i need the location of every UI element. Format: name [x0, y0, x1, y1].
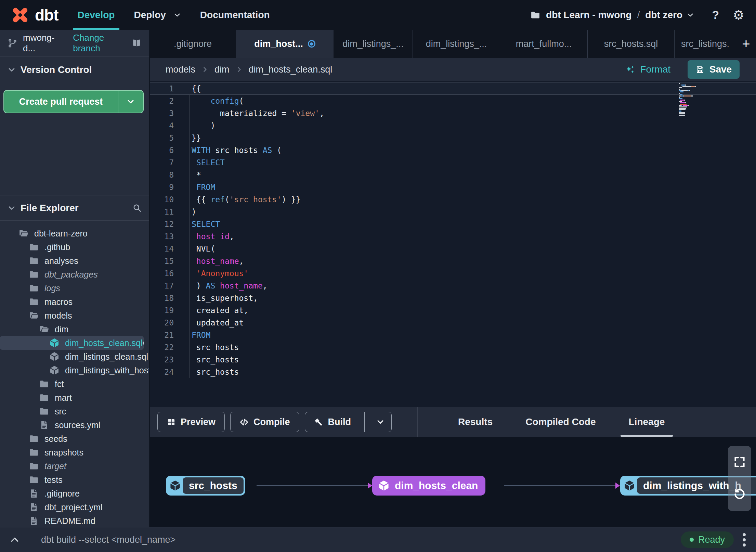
tree-item-label: README.md [44, 516, 95, 526]
editor-tab[interactable]: dim_host... [236, 30, 334, 58]
tree-item-.github[interactable]: .github [0, 240, 149, 254]
code-line[interactable]: 7 SELECT [150, 156, 756, 169]
code-line[interactable]: 22 src_hosts [150, 341, 756, 354]
chevron-up-icon[interactable] [10, 535, 20, 545]
nav-develop[interactable]: Develop [78, 0, 115, 30]
dbt-logo[interactable]: dbt [10, 5, 58, 25]
tree-item-dim[interactable]: dim [0, 322, 149, 336]
tab-compiled-code[interactable]: Compiled Code [509, 407, 612, 437]
code-line[interactable]: 15 host_name, [150, 255, 756, 267]
editor-tab[interactable]: src_listings. [675, 30, 736, 58]
tree-item-mart[interactable]: mart [0, 391, 149, 405]
code-editor[interactable]: 1{{2 config(3 materialized = 'view',4 )5… [150, 81, 756, 407]
action-bar: Preview Compile Build [150, 407, 756, 437]
minimap[interactable] [679, 83, 697, 116]
tree-item-models[interactable]: models [0, 309, 149, 322]
code-line[interactable]: 19 created_at, [150, 304, 756, 317]
code-line[interactable]: 2 config( [150, 95, 756, 107]
tree-item-macros[interactable]: macros [0, 295, 149, 309]
code-line[interactable]: 20 updated_at [150, 317, 756, 329]
code-line[interactable]: 18 is_superhost, [150, 292, 756, 304]
fullscreen-icon[interactable] [733, 455, 746, 468]
format-button[interactable]: Format [625, 64, 670, 75]
code-line[interactable]: 1{{ [150, 82, 756, 95]
lineage-node-dim-hosts-clean[interactable]: dim_hosts_clean [372, 476, 485, 496]
code-line[interactable]: 23 src_hosts [150, 354, 756, 366]
folder-icon [29, 297, 39, 307]
tree-item-sources.yml[interactable]: sources.yml [0, 418, 149, 432]
tree-item-src[interactable]: src [0, 405, 149, 418]
lineage-node-src-hosts[interactable]: src_hosts [166, 476, 245, 496]
save-button[interactable]: Save [688, 60, 740, 79]
tree-item-logs[interactable]: logs [0, 281, 149, 295]
editor-tab[interactable]: dim_listings_... [334, 30, 413, 58]
new-tab-button[interactable]: + [736, 30, 756, 58]
tree-item-readme.md[interactable]: README.md [0, 514, 149, 527]
build-label: Build [328, 417, 351, 427]
code-line[interactable]: 14 NVL( [150, 243, 756, 255]
tree-item-dim-listings-clean.sql[interactable]: dim_listings_clean.sql [0, 350, 149, 363]
code-line[interactable]: 10 {{ ref('src_hosts') }} [150, 193, 756, 206]
editor-tab[interactable]: .gitignore [150, 30, 236, 58]
tree-item-dim-listings-with-hosts...[interactable]: dim_listings_with_hosts... [0, 363, 149, 377]
tree-item-tests[interactable]: tests [0, 473, 149, 487]
code-line[interactable]: 12SELECT [150, 218, 756, 230]
code-line[interactable]: 16 'Anonymous' [150, 267, 756, 280]
chevron-down-icon[interactable] [687, 11, 694, 19]
code-line[interactable]: 3 materialized = 'view', [150, 107, 756, 119]
line-number: 7 [150, 156, 174, 169]
build-button[interactable]: Build [305, 412, 392, 432]
lineage-panel[interactable]: src_hosts dim_hosts_clean dim_listings_w… [150, 437, 756, 527]
code-line[interactable]: 4 ) [150, 119, 756, 132]
tree-item-label: dim_listings_clean.sql [65, 352, 148, 362]
create-pull-request-button[interactable]: Create pull request [3, 90, 144, 113]
search-icon[interactable] [132, 203, 142, 213]
tree-item-seeds[interactable]: seeds [0, 432, 149, 446]
reset-refresh-icon[interactable] [733, 488, 746, 501]
editor-tab[interactable]: src_hosts.sql [588, 30, 675, 58]
pr-dropdown-toggle[interactable] [118, 91, 143, 113]
code-line[interactable]: 6WITH src_hosts AS ( [150, 144, 756, 156]
preview-button[interactable]: Preview [157, 412, 225, 432]
tree-item-snapshots[interactable]: snapshots [0, 446, 149, 459]
kebab-menu-icon[interactable] [743, 533, 746, 547]
settings-gear-icon[interactable]: ⚙ [733, 8, 744, 23]
tab-lineage[interactable]: Lineage [612, 407, 681, 437]
help-icon[interactable]: ? [712, 8, 719, 22]
change-branch-link[interactable]: Change branch [73, 33, 132, 54]
code-line[interactable]: 9 FROM [150, 181, 756, 193]
tree-item-dbt-packages[interactable]: dbt_packages [0, 268, 149, 281]
tree-item-dbt-learn-zero[interactable]: dbt-learn-zero [0, 227, 149, 240]
breadcrumb-dim[interactable]: dim [214, 64, 230, 75]
code-line[interactable]: 24 src_hosts [150, 366, 756, 378]
nav-deploy[interactable]: Deploy [134, 0, 181, 30]
code-line[interactable]: 11) [150, 206, 756, 218]
compile-button[interactable]: Compile [230, 412, 299, 432]
breadcrumb-models[interactable]: models [166, 64, 195, 75]
model-cube-icon [49, 351, 60, 362]
file-explorer-header[interactable]: File Explorer [0, 195, 149, 221]
lineage-controls [728, 446, 751, 511]
code-line[interactable]: 8 * [150, 169, 756, 181]
tree-item-dbt-project.yml[interactable]: dbt_project.yml [0, 500, 149, 514]
code-line[interactable]: 5}} [150, 132, 756, 144]
tree-item-analyses[interactable]: analyses [0, 254, 149, 268]
lineage-node-label: src_hosts [183, 477, 244, 494]
docs-book-icon[interactable] [132, 38, 142, 48]
editor-tab[interactable]: dim_listings_... [413, 30, 500, 58]
tree-item-target[interactable]: target [0, 459, 149, 473]
code-line[interactable]: 17 ) AS host_name, [150, 280, 756, 292]
tab-results[interactable]: Results [442, 407, 509, 437]
code-line[interactable]: 13 host_id, [150, 230, 756, 243]
build-dropdown-toggle[interactable] [369, 418, 391, 426]
command-hint[interactable]: dbt build --select <model_name> [41, 535, 175, 545]
editor-tab[interactable]: mart_fullmo... [500, 30, 588, 58]
tree-item-dim-hosts-clean.sql[interactable]: dim_hosts_clean.sql [0, 336, 144, 350]
project-name[interactable]: dbt zero [645, 10, 682, 21]
tree-item-label: target [44, 461, 66, 471]
tree-item-fct[interactable]: fct [0, 377, 149, 391]
version-control-header[interactable]: Version Control [0, 56, 149, 83]
tree-item-.gitignore[interactable]: .gitignore [0, 487, 149, 500]
code-line[interactable]: 21FROM [150, 329, 756, 341]
nav-documentation[interactable]: Documentation [200, 0, 270, 30]
